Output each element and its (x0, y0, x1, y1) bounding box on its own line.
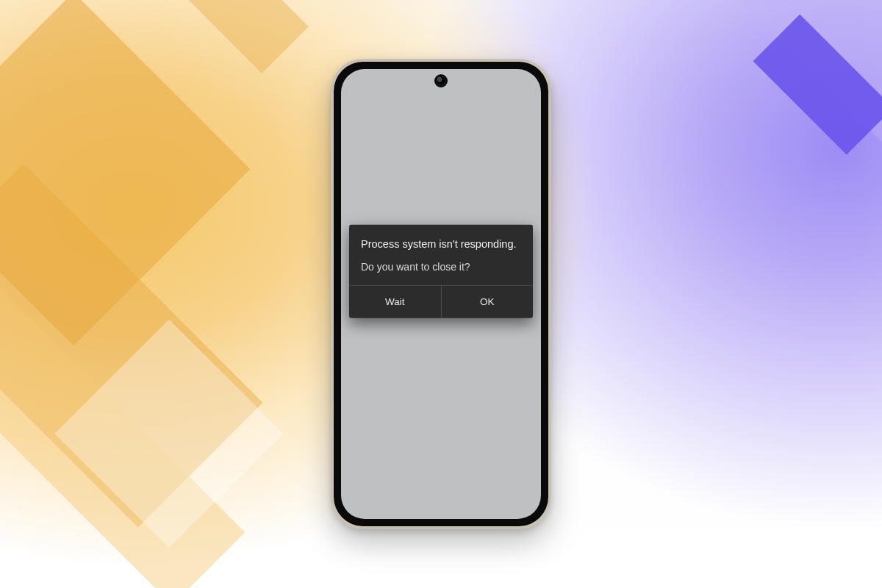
phone-screen: Process system isn't responding. Do you … (341, 69, 541, 519)
anr-dialog: Process system isn't responding. Do you … (349, 225, 533, 318)
decorative-background: Process system isn't responding. Do you … (0, 0, 882, 588)
camera-punch-hole-icon (437, 76, 445, 85)
dialog-body: Process system isn't responding. Do you … (349, 225, 533, 284)
phone-bezel: Process system isn't responding. Do you … (334, 62, 548, 526)
wait-button[interactable]: Wait (349, 286, 441, 318)
dialog-message: Do you want to close it? (361, 259, 521, 274)
bg-shape (184, 0, 309, 74)
phone-mockup: Process system isn't responding. Do you … (331, 59, 551, 529)
ok-button[interactable]: OK (442, 286, 534, 318)
dialog-title: Process system isn't responding. (361, 237, 521, 252)
dialog-button-row: Wait OK (349, 286, 533, 318)
